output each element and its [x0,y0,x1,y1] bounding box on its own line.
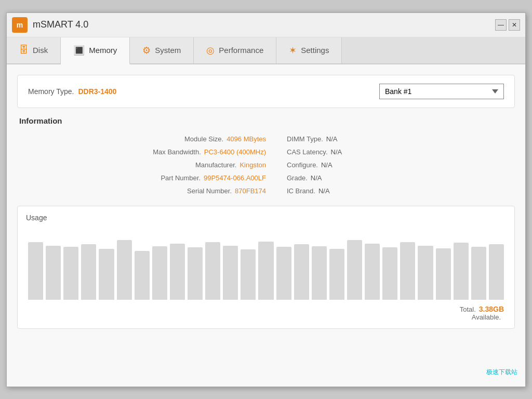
usage-bar-item [471,247,486,299]
usage-bar-item [135,251,150,300]
tab-memory[interactable]: 🔳 Memory [61,37,130,64]
memory-icon: 🔳 [73,45,85,56]
module-size-row: Module Size. 4096 MBytes [24,132,266,145]
tab-system-label: System [155,46,181,55]
serial-number-value: 870FB174 [235,187,266,195]
tab-settings-label: Settings [301,46,329,55]
bank-select[interactable]: Bank #1 Bank #2 [379,84,504,99]
usage-bar-item [205,242,220,300]
memory-type-label: Memory Type. [28,87,74,96]
information-section: Information Module Size. 4096 MBytes Max… [17,116,515,197]
usage-bar-item [418,246,433,300]
performance-icon: ◎ [206,45,215,56]
usage-bar-item [223,246,238,300]
tab-settings[interactable]: ✶ Settings [276,37,342,63]
module-size-label: Module Size. [184,135,223,143]
usage-bar-item [99,249,114,300]
dimm-type-row: DIMM Type. N/A [266,132,508,145]
dimm-type-label: DIMM Type. [287,135,323,143]
cas-latency-row: CAS Latency. N/A [266,145,508,158]
usage-bar-item [382,247,397,299]
memory-type-row: Memory Type. DDR3-1400 Bank #1 Bank #2 [17,75,515,108]
part-number-label: Part Number. [161,174,201,182]
usage-bar-item [170,244,185,300]
max-bandwidth-value: PC3-6400 (400MHz) [204,148,266,156]
configure-label: Configure. [287,161,318,169]
usage-title: Usage [26,214,506,222]
info-right-col: DIMM Type. N/A CAS Latency. N/A Configur… [266,132,508,197]
tab-disk[interactable]: 🗄 Disk [7,37,61,63]
usage-bar-item [347,240,362,299]
info-section-title: Information [19,116,513,125]
tab-memory-label: Memory [89,46,117,55]
max-bandwidth-label: Max Bandwidth. [153,148,201,156]
tab-performance-label: Performance [219,46,263,55]
serial-number-row: Serial Number. 870FB174 [24,184,266,197]
usage-bar-item [28,242,43,300]
usage-bar-item [63,247,78,299]
usage-bar-item [46,246,61,300]
usage-bar-item [365,244,380,300]
main-window: m mSMART 4.0 — ✕ 🗄 Disk 🔳 Memory ⚙ Syste… [6,12,526,387]
usage-footer: Total. 3.38GB Available. [26,305,506,321]
cas-latency-label: CAS Latency. [287,148,328,156]
max-bandwidth-row: Max Bandwidth. PC3-6400 (400MHz) [24,145,266,158]
available-row: Available. [472,313,504,321]
dimm-type-value: N/A [326,135,338,143]
configure-row: Configure. N/A [266,158,508,171]
grade-value: N/A [311,174,322,182]
usage-bar-item [294,244,309,300]
manufacturer-row: Manufacturer. Kingston [24,158,266,171]
usage-bar-item [329,249,344,300]
watermark: 极速下载站 [486,368,517,377]
part-number-value: 99P5474-066.A00LF [204,174,266,182]
content-area: Memory Type. DDR3-1400 Bank #1 Bank #2 I… [7,64,525,387]
minimize-button[interactable]: — [495,19,507,31]
usage-bar-item [188,247,203,299]
serial-number-label: Serial Number. [187,187,232,195]
ic-brand-value: N/A [318,187,330,195]
configure-value: N/A [321,161,332,169]
usage-bar-item [258,242,273,300]
grade-row: Grade. N/A [266,171,508,184]
grade-label: Grade. [287,174,308,182]
total-row: Total. 3.38GB [460,305,504,313]
usage-bar-item [276,247,291,299]
usage-bar-item [152,246,167,300]
cas-latency-value: N/A [331,148,342,156]
info-grid: Module Size. 4096 MBytes Max Bandwidth. … [19,132,513,197]
available-label: Available. [472,313,501,321]
manufacturer-label: Manufacturer. [195,161,237,169]
total-value: 3.38GB [479,305,504,313]
settings-icon: ✶ [289,45,297,56]
usage-bar-item [489,244,504,300]
disk-icon: 🗄 [19,45,29,56]
manufacturer-value: Kingston [240,161,266,169]
ic-brand-row: IC Brand. N/A [266,184,508,197]
info-left-col: Module Size. 4096 MBytes Max Bandwidth. … [24,132,266,197]
tab-bar: 🗄 Disk 🔳 Memory ⚙ System ◎ Performance ✶… [7,37,525,64]
usage-bar-item [81,244,96,300]
usage-chart [26,227,506,300]
usage-bar-item [117,240,132,299]
system-icon: ⚙ [142,45,151,56]
part-number-row: Part Number. 99P5474-066.A00LF [24,171,266,184]
memory-type-value: DDR3-1400 [78,87,116,96]
usage-bar-item [241,249,256,299]
ic-brand-label: IC Brand. [287,187,315,195]
module-size-value: 4096 MBytes [227,135,266,143]
usage-bar-item [454,243,469,299]
app-logo: m [12,17,28,33]
usage-bar-item [400,242,415,300]
app-title: mSMART 4.0 [33,19,495,30]
window-controls: — ✕ [495,19,520,31]
close-button[interactable]: ✕ [509,19,520,31]
tab-performance[interactable]: ◎ Performance [194,37,276,63]
tab-system[interactable]: ⚙ System [130,37,194,63]
usage-bar-item [436,248,451,300]
total-label: Total. [460,305,476,313]
usage-box: Usage Total. 3.38GB Available. [17,206,515,329]
title-bar: m mSMART 4.0 — ✕ [7,13,525,37]
tab-disk-label: Disk [33,46,48,55]
usage-bar-item [312,246,327,300]
